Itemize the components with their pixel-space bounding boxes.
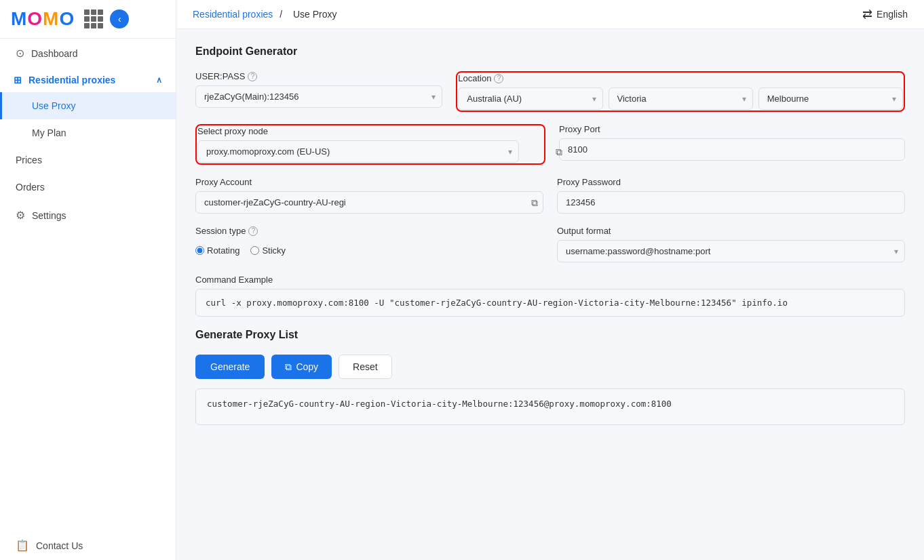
sidebar-item-label: Prices bbox=[16, 155, 42, 165]
logo: MOMO bbox=[11, 8, 75, 30]
output-format-label: Output format bbox=[557, 226, 905, 236]
proxy-list-buttons: Generate ⧉ Copy Reset bbox=[195, 355, 905, 379]
language-switcher[interactable]: ⇄ English bbox=[862, 7, 908, 22]
sticky-option[interactable]: Sticky bbox=[250, 245, 286, 256]
proxy-node-select-wrap: proxy.momoproxy.com (EU-US) bbox=[197, 140, 519, 163]
language-label: English bbox=[877, 9, 908, 20]
sidebar-item-label: Use Proxy bbox=[32, 100, 76, 111]
dashboard-icon: ⊙ bbox=[16, 47, 24, 60]
sidebar-item-label: Residential proxies bbox=[28, 75, 115, 85]
sidebar-item-orders[interactable]: Orders bbox=[0, 174, 176, 201]
sidebar-item-dashboard[interactable]: ⊙ Dashboard bbox=[0, 39, 176, 68]
breadcrumb-link[interactable]: Residential proxies bbox=[193, 9, 273, 20]
reset-button[interactable]: Reset bbox=[339, 355, 392, 379]
sidebar-item-contact[interactable]: 📋 Contact Us bbox=[0, 531, 176, 560]
proxy-password-label: Proxy Password bbox=[557, 177, 905, 187]
main-content: Residential proxies / Use Proxy ⇄ Englis… bbox=[176, 0, 924, 560]
row-session-output: Session type ? Rotating Sticky Output fo… bbox=[195, 226, 905, 262]
proxy-node-input-wrap: proxy.momoproxy.com (EU-US) ⧉ bbox=[197, 140, 543, 163]
sidebar: MOMO ‹ ⊙ Dashboard ⊞ Residential proxies… bbox=[0, 0, 176, 560]
row-account-password: Proxy Account ⧉ Proxy Password bbox=[195, 177, 905, 214]
sticky-label: Sticky bbox=[262, 245, 286, 256]
session-help-icon[interactable]: ? bbox=[248, 226, 258, 236]
generate-button[interactable]: Generate bbox=[195, 355, 265, 379]
userpass-select[interactable]: rjeZaCyG(Main):123456 bbox=[195, 85, 442, 108]
back-button[interactable]: ‹ bbox=[110, 9, 129, 28]
sidebar-item-residential[interactable]: ⊞ Residential proxies ∧ bbox=[0, 68, 176, 92]
proxy-account-group: Proxy Account ⧉ bbox=[195, 177, 543, 214]
breadcrumb-separator: / bbox=[280, 9, 282, 20]
copy-icon: ⧉ bbox=[285, 361, 292, 373]
location-help-icon[interactable]: ? bbox=[494, 74, 503, 83]
rotating-label: Rotating bbox=[207, 245, 239, 256]
proxy-node-select[interactable]: proxy.momoproxy.com (EU-US) bbox=[197, 140, 519, 163]
chevron-up-icon: ∧ bbox=[156, 75, 162, 85]
content-area: Endpoint Generator USER:PASS ? rjeZaCyG(… bbox=[176, 29, 924, 560]
proxy-port-input[interactable] bbox=[559, 138, 905, 161]
copy-account-button[interactable]: ⧉ bbox=[531, 197, 538, 208]
generate-proxy-list-title: Generate Proxy List bbox=[195, 329, 905, 341]
sidebar-item-label: Contact Us bbox=[36, 540, 83, 551]
location-label: Location ? bbox=[458, 73, 903, 83]
location-selects: Australia (AU) Victoria Melbourne bbox=[458, 87, 903, 110]
proxy-password-group: Proxy Password bbox=[557, 177, 905, 214]
proxy-account-input-wrap: ⧉ bbox=[195, 191, 543, 214]
city-select[interactable]: Melbourne bbox=[758, 87, 903, 110]
proxy-port-group: Proxy Port bbox=[559, 124, 905, 161]
proxy-list-result: customer-rjeZaCyG-country-AU-region-Vict… bbox=[195, 388, 905, 425]
country-select[interactable]: Australia (AU) bbox=[458, 87, 602, 110]
session-type-group: Session type ? Rotating Sticky bbox=[195, 226, 543, 261]
sidebar-item-settings[interactable]: ⚙ Settings bbox=[0, 201, 176, 230]
session-radio-group: Rotating Sticky bbox=[195, 240, 543, 261]
region-select[interactable]: Victoria bbox=[609, 87, 753, 110]
rotating-option[interactable]: Rotating bbox=[195, 245, 239, 256]
proxy-node-label: Select proxy node bbox=[197, 126, 543, 136]
output-format-select-wrap: username:password@hostname:port bbox=[557, 240, 905, 262]
sidebar-item-my-plan[interactable]: My Plan bbox=[0, 119, 176, 146]
proxy-node-group: Select proxy node proxy.momoproxy.com (E… bbox=[195, 124, 545, 165]
sidebar-item-label: Settings bbox=[32, 210, 66, 221]
command-example-group: Command Example curl -x proxy.momoproxy.… bbox=[195, 275, 905, 317]
region-select-wrap: Victoria bbox=[609, 87, 753, 110]
section-title: Endpoint Generator bbox=[195, 45, 905, 58]
session-type-label: Session type ? bbox=[195, 226, 543, 236]
sidebar-item-label: Dashboard bbox=[31, 48, 78, 59]
city-select-wrap: Melbourne bbox=[758, 87, 903, 110]
command-example-box: curl -x proxy.momoproxy.com:8100 -U "cus… bbox=[195, 289, 905, 317]
sidebar-header: MOMO ‹ bbox=[0, 0, 176, 39]
sidebar-item-label: My Plan bbox=[32, 127, 66, 138]
output-format-select[interactable]: username:password@hostname:port bbox=[557, 240, 905, 262]
sidebar-item-use-proxy[interactable]: Use Proxy bbox=[0, 92, 176, 119]
userpass-group: USER:PASS ? rjeZaCyG(Main):123456 bbox=[195, 71, 442, 108]
sidebar-item-prices[interactable]: Prices bbox=[0, 146, 176, 174]
userpass-help-icon[interactable]: ? bbox=[248, 72, 257, 81]
sidebar-item-label: Orders bbox=[16, 182, 45, 193]
command-example-label: Command Example bbox=[195, 275, 905, 285]
copy-button[interactable]: ⧉ Copy bbox=[271, 355, 332, 379]
residential-icon: ⊞ bbox=[14, 75, 22, 85]
grid-icon[interactable] bbox=[84, 9, 103, 28]
userpass-label: USER:PASS ? bbox=[195, 71, 442, 81]
row-proxynode-port: Select proxy node proxy.momoproxy.com (E… bbox=[195, 124, 905, 165]
copy-proxy-node-button[interactable]: ⧉ bbox=[556, 146, 562, 157]
topbar: Residential proxies / Use Proxy ⇄ Englis… bbox=[176, 0, 924, 29]
userpass-select-wrap: rjeZaCyG(Main):123456 bbox=[195, 85, 442, 108]
proxy-port-label: Proxy Port bbox=[559, 124, 905, 134]
settings-icon: ⚙ bbox=[16, 209, 25, 222]
copy-button-label: Copy bbox=[296, 361, 318, 372]
rotating-radio[interactable] bbox=[195, 246, 204, 255]
proxy-account-label: Proxy Account bbox=[195, 177, 543, 187]
location-group: Location ? Australia (AU) Victoria bbox=[456, 71, 905, 112]
sticky-radio[interactable] bbox=[250, 246, 259, 255]
country-select-wrap: Australia (AU) bbox=[458, 87, 602, 110]
translate-icon: ⇄ bbox=[862, 7, 872, 22]
proxy-account-input[interactable] bbox=[195, 191, 543, 214]
contact-icon: 📋 bbox=[16, 539, 29, 552]
proxy-password-input[interactable] bbox=[557, 191, 905, 214]
output-format-group: Output format username:password@hostname… bbox=[557, 226, 905, 262]
breadcrumb: Residential proxies / Use Proxy bbox=[193, 9, 341, 20]
breadcrumb-current: Use Proxy bbox=[293, 9, 337, 20]
row-userpass-location: USER:PASS ? rjeZaCyG(Main):123456 Locati… bbox=[195, 71, 905, 112]
